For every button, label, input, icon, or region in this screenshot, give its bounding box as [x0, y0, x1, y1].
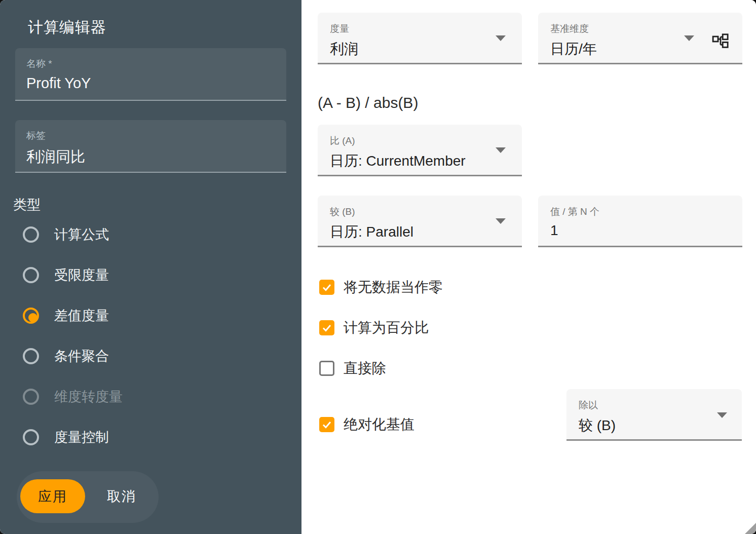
- chevron-down-icon: [496, 218, 506, 224]
- page-title: 计算编辑器: [28, 17, 106, 38]
- radio-label: 受限度量: [54, 266, 109, 284]
- tag-field[interactable]: 标签 利润同比: [15, 120, 286, 173]
- radio-label: 度量控制: [54, 428, 109, 446]
- radio-icon: [23, 267, 39, 283]
- checkbox-calculate-as-percentage[interactable]: 计算为百分比: [319, 320, 429, 336]
- radio-icon: [23, 389, 39, 405]
- calculation-editor-dialog: 计算编辑器 名称 * Profit YoY 标签 利润同比 类型 计算公式 受限…: [0, 0, 756, 534]
- radio-measure-control[interactable]: 度量控制: [23, 427, 109, 447]
- compare-b-value: 日历: Parallel: [330, 222, 510, 242]
- compare-b-label: 较 (B): [330, 205, 510, 218]
- name-field-label: 名称 *: [26, 57, 275, 70]
- checkbox-icon: [319, 320, 334, 335]
- compare-b-dropdown[interactable]: 较 (B) 日历: Parallel: [318, 196, 522, 247]
- resize-handle[interactable]: [745, 523, 756, 534]
- cancel-button[interactable]: 取消: [91, 479, 152, 513]
- checkbox-label: 绝对化基值: [344, 415, 414, 434]
- type-section-label: 类型: [13, 196, 41, 214]
- radio-icon: [23, 226, 39, 243]
- chevron-down-icon: [717, 412, 727, 418]
- divide-by-dropdown[interactable]: 除以 较 (B): [566, 389, 742, 441]
- compare-a-value: 日历: CurrentMember: [330, 151, 510, 171]
- nth-value-label: 值 / 第 N 个: [550, 205, 730, 218]
- name-field[interactable]: 名称 * Profit YoY: [15, 48, 286, 101]
- compare-a-dropdown[interactable]: 比 (A) 日历: CurrentMember: [318, 125, 522, 176]
- radio-difference-measure[interactable]: 差值度量: [23, 306, 109, 326]
- measure-dropdown-value: 利润: [330, 40, 510, 59]
- radio-restricted-measure[interactable]: 受限度量: [23, 265, 109, 285]
- compare-a-label: 比 (A): [330, 134, 510, 147]
- hierarchy-icon[interactable]: [712, 33, 729, 50]
- checkbox-icon: [319, 280, 334, 295]
- radio-icon: [23, 348, 39, 364]
- formula-text: (A - B) / abs(B): [318, 94, 418, 111]
- radio-label: 条件聚合: [54, 347, 109, 365]
- checkbox-label: 直接除: [344, 359, 386, 378]
- chevron-down-icon: [496, 147, 506, 153]
- divide-by-label: 除以: [579, 399, 730, 412]
- base-dimension-dropdown[interactable]: 基准维度 日历/年: [538, 13, 742, 64]
- nth-value-value: 1: [550, 222, 730, 239]
- tag-field-label: 标签: [26, 129, 275, 142]
- base-dimension-label: 基准维度: [550, 22, 730, 35]
- measure-dropdown[interactable]: 度量 利润: [318, 13, 522, 64]
- apply-button[interactable]: 应用: [20, 479, 85, 513]
- radio-calc-formula[interactable]: 计算公式: [23, 224, 109, 245]
- main-panel: 度量 利润 基准维度 日历/年 (A - B) / abs(B) 比 (A) 日…: [301, 0, 756, 534]
- checkbox-treat-no-data-as-zero[interactable]: 将无数据当作零: [319, 279, 443, 295]
- radio-conditional-aggregation[interactable]: 条件聚合: [23, 346, 109, 366]
- divide-by-value: 较 (B): [579, 416, 730, 435]
- measure-dropdown-label: 度量: [330, 22, 510, 35]
- chevron-down-icon: [684, 35, 694, 41]
- checkbox-direct-division[interactable]: 直接除: [319, 360, 386, 376]
- radio-label: 差值度量: [54, 307, 109, 325]
- checkbox-label: 将无数据当作零: [344, 278, 443, 297]
- tag-field-value: 利润同比: [26, 147, 275, 167]
- checkbox-icon: [319, 417, 334, 432]
- radio-icon: [23, 429, 39, 445]
- radio-label: 维度转度量: [54, 388, 123, 406]
- checkbox-absolute-base-value[interactable]: 绝对化基值: [319, 416, 414, 433]
- radio-label: 计算公式: [54, 225, 109, 244]
- nth-value-field[interactable]: 值 / 第 N 个 1: [538, 196, 742, 247]
- radio-dimension-to-measure: 维度转度量: [23, 387, 123, 407]
- sidebar: 计算编辑器 名称 * Profit YoY 标签 利润同比 类型 计算公式 受限…: [0, 0, 301, 534]
- chevron-down-icon: [496, 35, 506, 41]
- radio-icon: [23, 308, 39, 324]
- checkbox-label: 计算为百分比: [344, 318, 429, 337]
- checkbox-icon: [319, 361, 334, 376]
- base-dimension-value: 日历/年: [550, 40, 730, 59]
- name-field-value: Profit YoY: [26, 75, 275, 92]
